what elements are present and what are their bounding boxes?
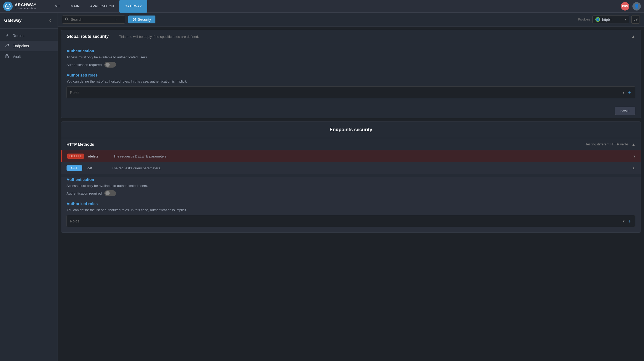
get-method-badge: GET <box>67 165 82 171</box>
http-methods-title: HTTP Methods <box>67 142 94 146</box>
delete-path: /delete <box>88 154 109 158</box>
get-roles-add-icon[interactable]: ＋ <box>627 217 632 225</box>
get-auth-required-row: Authentication required <box>67 190 635 196</box>
brand-name: ARCHWAY <box>15 3 37 7</box>
brand-logo-icon <box>3 2 13 11</box>
global-route-header: Global route security This rule will be … <box>61 30 641 43</box>
top-navigation: ARCHWAY Business edition ME MAIN APPLICA… <box>0 0 644 13</box>
sidebar: Gateway ⑂ Routes Endpoints <box>0 13 58 361</box>
svg-point-3 <box>7 57 7 57</box>
main-content: × Security Providers 🔵 httpbin ▾ <box>58 13 644 361</box>
app-body: Gateway ⑂ Routes Endpoints <box>0 13 644 361</box>
http-methods-subtitle: Testing different HTTP verbs <box>585 142 628 146</box>
get-chevron-icon[interactable]: ▲ <box>632 166 635 170</box>
global-auth-desc: Access must only be available to authent… <box>67 55 635 59</box>
nav-application[interactable]: APPLICATION <box>85 0 119 13</box>
sidebar-item-vault-label: Vault <box>13 54 21 59</box>
get-roles-input-row: ▾ ＋ <box>67 215 635 227</box>
page-content: Global route security This rule will be … <box>58 27 644 361</box>
sidebar-item-endpoints-label: Endpoints <box>13 44 29 48</box>
global-route-collapse-icon[interactable]: ▲ <box>631 34 635 39</box>
toolbar: × Security Providers 🔵 httpbin ▾ <box>58 13 644 27</box>
sidebar-item-routes[interactable]: ⑂ Routes <box>0 31 58 41</box>
security-button[interactable]: Security <box>128 16 155 23</box>
get-roles-chevron-icon[interactable]: ▾ <box>623 219 625 223</box>
user-avatar[interactable]: 👤 <box>632 2 641 11</box>
global-route-subtitle: This rule will be apply if no specific r… <box>119 35 199 39</box>
svg-point-1 <box>7 6 8 7</box>
endpoints-header: Endpoints security <box>61 122 641 138</box>
get-roles-title: Authorized roles <box>67 201 635 206</box>
endpoint-get-expanded: Authentication Access must only be avail… <box>61 177 641 232</box>
brand: ARCHWAY Business edition <box>3 2 45 11</box>
get-toggle-thumb <box>105 191 110 195</box>
nav-gateway[interactable]: GATEWAY <box>119 0 147 13</box>
sidebar-item-vault[interactable]: Vault <box>0 51 58 62</box>
delete-desc: The request's DELETE parameters. <box>113 154 629 158</box>
global-roles-chevron-icon[interactable]: ▾ <box>623 90 625 95</box>
get-path: /get <box>87 166 108 170</box>
routes-icon: ⑂ <box>4 33 9 38</box>
search-box[interactable]: × <box>62 16 125 24</box>
global-auth-required-row: Authentication required <box>67 62 635 68</box>
endpoint-row-delete[interactable]: DELETE /delete The request's DELETE para… <box>61 150 641 162</box>
sidebar-collapse-button[interactable] <box>47 17 53 24</box>
sidebar-header: Gateway <box>0 13 58 29</box>
global-roles-input[interactable] <box>70 90 623 95</box>
endpoints-icon <box>4 43 9 49</box>
global-route-section: Global route security This rule will be … <box>61 30 641 118</box>
nav-main[interactable]: MAIN <box>65 0 85 13</box>
http-methods-collapse-icon[interactable]: ▲ <box>632 142 635 146</box>
get-roles-desc: You can define the list of authorized ro… <box>67 208 635 212</box>
provider-name: httpbin <box>602 18 623 22</box>
delete-method-badge: DELETE <box>67 154 84 159</box>
search-clear-icon[interactable]: × <box>115 17 117 22</box>
search-input[interactable] <box>71 17 113 22</box>
global-auth-title: Authentication <box>67 49 635 53</box>
sidebar-menu: ⑂ Routes Endpoints <box>0 29 58 361</box>
provider-chevron-icon: ▾ <box>625 18 626 21</box>
endpoint-row-get[interactable]: GET /get The request's query parameters.… <box>61 162 641 174</box>
global-roles-title: Authorized roles <box>67 73 635 77</box>
global-auth-required-label: Authentication required <box>67 63 102 67</box>
brand-edition: Business edition <box>15 7 37 10</box>
global-route-body: Authentication Access must only be avail… <box>61 43 641 104</box>
endpoints-section: Endpoints security HTTP Methods Testing … <box>61 121 641 233</box>
nav-items: ME MAIN APPLICATION GATEWAY <box>49 0 621 13</box>
nav-me[interactable]: ME <box>49 0 65 13</box>
get-auth-title: Authentication <box>67 177 635 182</box>
providers-label: Providers <box>578 18 590 21</box>
providers-section: Providers 🔵 httpbin ▾ <box>578 15 640 24</box>
global-roles-add-icon[interactable]: ＋ <box>627 89 632 96</box>
get-auth-desc: Access must only be available to authent… <box>67 184 635 188</box>
sidebar-item-endpoints[interactable]: Endpoints <box>0 41 58 51</box>
http-methods-section: HTTP Methods Testing different HTTP verb… <box>61 138 641 232</box>
get-roles-input[interactable] <box>70 219 623 223</box>
security-button-label: Security <box>138 17 151 22</box>
vault-icon <box>4 54 9 59</box>
global-roles-desc: You can define the list of authorized ro… <box>67 79 635 83</box>
get-auth-required-label: Authentication required <box>67 191 102 195</box>
sidebar-title: Gateway <box>4 18 22 23</box>
toggle-thumb <box>105 63 110 67</box>
endpoints-title: Endpoints security <box>329 127 372 133</box>
global-auth-required-toggle[interactable] <box>104 62 116 68</box>
search-icon <box>65 17 69 22</box>
get-desc: The request's query parameters. <box>112 166 627 170</box>
provider-select[interactable]: 🔵 httpbin ▾ <box>592 16 629 23</box>
global-route-save-row: SAVE <box>61 104 641 118</box>
global-route-save-button[interactable]: SAVE <box>615 107 635 115</box>
delete-chevron-icon[interactable]: ▾ <box>633 154 635 158</box>
global-route-title: Global route security <box>67 34 109 39</box>
get-auth-required-toggle[interactable] <box>104 190 116 196</box>
http-methods-header[interactable]: HTTP Methods Testing different HTTP verb… <box>61 138 641 150</box>
dev-badge[interactable]: DEV <box>621 2 629 11</box>
provider-icon: 🔵 <box>595 17 600 22</box>
global-roles-input-row: ▾ ＋ <box>67 87 635 98</box>
sidebar-item-routes-label: Routes <box>13 34 24 38</box>
nav-right: DEV 👤 <box>621 2 641 11</box>
refresh-button[interactable] <box>631 15 640 24</box>
